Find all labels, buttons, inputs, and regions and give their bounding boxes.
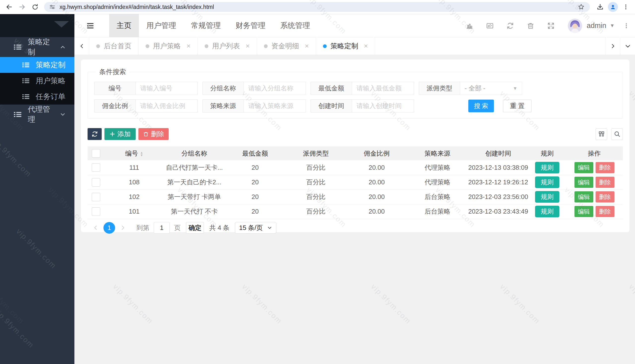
tabs-menu-button[interactable]	[620, 38, 635, 55]
cell-create-time: 2023-12-13 03:38:09	[468, 160, 529, 175]
list-icon	[22, 62, 29, 68]
column-header-id[interactable]: 编号▲▼	[104, 146, 164, 160]
delete-selected-button[interactable]: 删除	[138, 128, 169, 140]
fullscreen-button[interactable]	[544, 19, 558, 33]
browser-forward-button[interactable]	[16, 1, 28, 13]
tabs-scroll-left-button[interactable]	[74, 38, 89, 55]
edit-button[interactable]: 编辑	[574, 191, 593, 202]
download-button[interactable]	[594, 1, 606, 13]
row-checkbox[interactable]	[92, 178, 100, 186]
collapse-menu-button[interactable]	[82, 14, 98, 37]
nav-label: 常规管理	[191, 20, 221, 31]
clear-cache-button[interactable]	[524, 19, 537, 33]
sidebar-group-agents[interactable]: 代理管理	[0, 104, 74, 124]
more-options-button[interactable]	[623, 22, 629, 29]
edit-button[interactable]: 编辑	[574, 162, 593, 173]
commission-ratio-input[interactable]	[136, 100, 197, 112]
chevron-down-icon	[60, 111, 66, 118]
reset-button[interactable]: 重置	[503, 100, 532, 112]
column-filter-button[interactable]	[595, 128, 607, 140]
column-header-commission-ratio: 佣金比例	[346, 146, 407, 160]
refresh-page-button[interactable]	[503, 19, 517, 33]
min-amount-input[interactable]	[352, 82, 414, 95]
tab-user-strategy[interactable]: 用户策略 ×	[139, 38, 198, 55]
stats-button[interactable]	[463, 19, 476, 33]
tab-label: 策略定制	[331, 42, 358, 51]
sidebar-item-user-strategy[interactable]: 用户策略	[0, 73, 74, 89]
sort-icon[interactable]: ▲▼	[140, 151, 143, 156]
page-number-input[interactable]	[154, 222, 170, 234]
cell-group-name: 第一天带打 卡两单	[164, 190, 225, 204]
rule-button[interactable]: 规则	[535, 176, 559, 188]
cell-min-amount: 20	[225, 190, 285, 204]
next-page-button[interactable]	[120, 225, 126, 230]
url-text: xg.hwym.shop/admin/index#/admin/task.tas…	[60, 4, 214, 10]
delete-button[interactable]: 删除	[595, 162, 614, 173]
current-page-button[interactable]: 1	[103, 222, 115, 234]
edit-button[interactable]: 编辑	[574, 206, 593, 217]
browser-menu-button[interactable]	[620, 1, 631, 13]
group-name-input[interactable]	[244, 82, 305, 95]
prev-page-button[interactable]	[93, 225, 99, 230]
tab-close-icon[interactable]: ×	[187, 42, 190, 50]
sidebar-item-task-orders[interactable]: 任务订单	[0, 89, 74, 104]
data-table: 编号▲▼ 分组名称 最低金额 派佣类型 佣金比例 策略来源 创建时间 规则 操作	[88, 146, 623, 219]
tabs-scroll-right-button[interactable]	[605, 38, 620, 55]
tab-close-icon[interactable]: ×	[305, 42, 309, 50]
rule-button[interactable]: 规则	[535, 191, 559, 203]
field-create-time: 创建时间	[310, 99, 414, 112]
select-all-checkbox[interactable]	[92, 149, 100, 158]
card-view-button[interactable]	[483, 19, 497, 33]
refresh-table-button[interactable]	[88, 128, 102, 140]
create-time-input[interactable]	[352, 100, 414, 112]
nav-item-system-management[interactable]: 系统管理	[273, 14, 317, 37]
browser-profile-button[interactable]	[607, 1, 619, 13]
row-checkbox[interactable]	[92, 163, 100, 172]
commission-type-select[interactable]: - 全部 - ▼	[460, 82, 522, 95]
field-id: 编号	[94, 82, 198, 95]
sidebar-item-strategy-custom[interactable]: 策略定制	[0, 57, 74, 73]
delete-button[interactable]: 删除	[595, 177, 614, 188]
edit-button[interactable]: 编辑	[574, 177, 593, 188]
delete-button[interactable]: 删除	[595, 206, 614, 217]
tab-close-icon[interactable]: ×	[364, 42, 368, 50]
id-input[interactable]	[136, 82, 197, 95]
row-checkbox[interactable]	[92, 208, 100, 216]
cell-strategy-source: 代理策略	[407, 160, 468, 175]
browser-reload-button[interactable]	[29, 1, 41, 13]
nav-item-home[interactable]: 主页	[109, 14, 139, 37]
tab-fund-details[interactable]: 资金明细 ×	[257, 38, 316, 55]
strategy-source-input[interactable]	[244, 100, 305, 112]
goto-page-label: 到第	[136, 224, 149, 232]
nav-item-finance-management[interactable]: 财务管理	[228, 14, 273, 37]
tab-dashboard[interactable]: 后台首页	[89, 38, 139, 55]
sidebar-group-strategy[interactable]: 策略定制	[0, 37, 74, 57]
delete-button[interactable]: 删除	[595, 191, 614, 202]
add-button[interactable]: 添加	[104, 128, 136, 140]
browser-back-button[interactable]	[4, 1, 15, 13]
chevron-left-icon	[79, 43, 85, 49]
column-header-actions: 操作	[566, 146, 623, 160]
rule-button[interactable]: 规则	[535, 162, 559, 174]
table-search-button[interactable]	[611, 128, 623, 140]
tab-close-icon[interactable]: ×	[245, 42, 249, 50]
plus-icon	[109, 131, 115, 137]
cell-group-name: 第一天自己的卡2...	[164, 175, 225, 190]
search-button[interactable]: 搜索	[468, 100, 494, 112]
sidebar-submenu: 策略定制 用户策略 任务订单	[0, 57, 74, 104]
row-checkbox[interactable]	[92, 193, 100, 201]
tab-strategy-custom[interactable]: 策略定制 ×	[316, 38, 375, 55]
address-bar[interactable]: xg.hwym.shop/admin/index#/admin/task.tas…	[44, 2, 590, 12]
user-menu[interactable]: admin ▼	[587, 22, 615, 30]
tab-user-list[interactable]: 用户列表 ×	[198, 38, 257, 55]
user-avatar[interactable]	[568, 18, 582, 33]
search-row-2: 佣金比例 策略来源 创建时间 搜索	[94, 99, 616, 112]
page-size-select[interactable]: 15 条/页	[235, 222, 276, 234]
bookmark-star-icon[interactable]	[577, 3, 585, 11]
nav-item-general-management[interactable]: 常规管理	[184, 14, 228, 37]
nav-item-user-management[interactable]: 用户管理	[139, 14, 184, 37]
menu-fold-icon	[86, 22, 95, 30]
confirm-page-button[interactable]: 确定	[186, 222, 204, 234]
rule-button[interactable]: 规则	[535, 206, 559, 217]
cell-strategy-source: 后台策略	[407, 204, 468, 219]
